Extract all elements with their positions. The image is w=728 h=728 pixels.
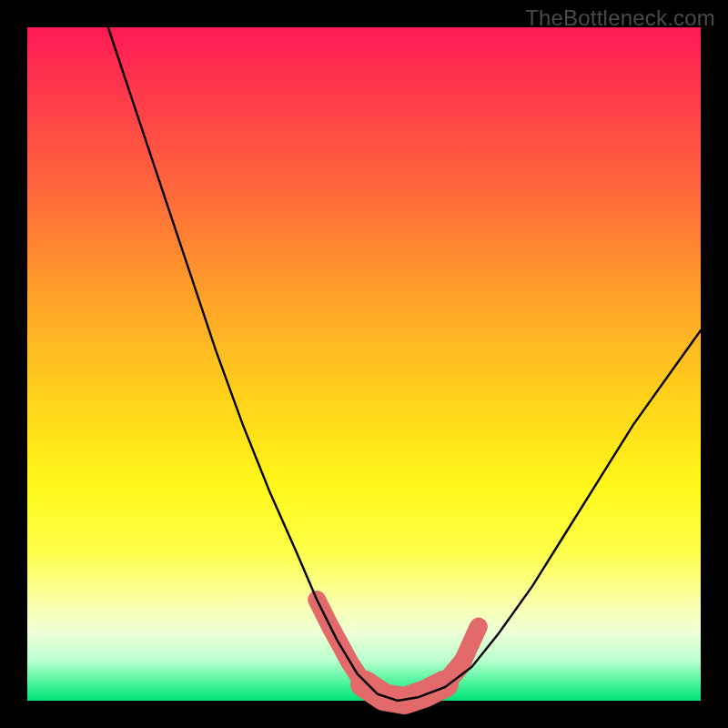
- chart-frame: TheBottleneck.com: [0, 0, 728, 728]
- watermark-text: TheBottleneck.com: [525, 5, 715, 31]
- highlight-band: [317, 600, 479, 701]
- curve-layer: [27, 27, 701, 701]
- bottleneck-curve: [108, 27, 701, 701]
- plot-area: [27, 27, 701, 701]
